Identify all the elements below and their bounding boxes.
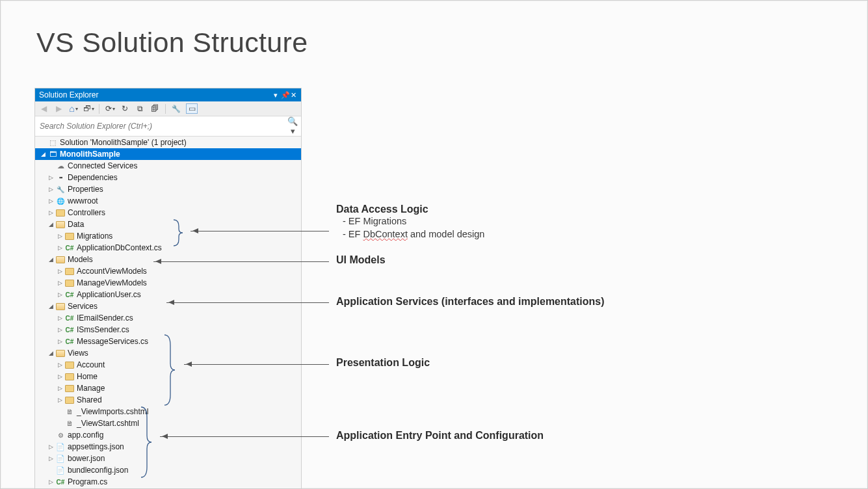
node-project[interactable]: ◢ MonolithSample (35, 148, 301, 160)
node-viewimports[interactable]: _ViewImports.cshtml (35, 406, 301, 417)
chevron-right-icon[interactable]: ▷ (56, 362, 64, 368)
brace-views (163, 334, 176, 406)
node-data[interactable]: ◢ Data (35, 218, 301, 230)
node-viewstart[interactable]: _ViewStart.cshtml (35, 417, 301, 429)
chevron-right-icon[interactable]: ▷ (56, 397, 64, 403)
csharp-icon (64, 243, 75, 252)
ann-services: Application Services (interfaces and imp… (336, 296, 605, 308)
node-controllers[interactable]: ▷ Controllers (35, 207, 301, 218)
collapse-icon[interactable]: ⧉ (135, 103, 145, 114)
chevron-down-icon[interactable]: ◢ (39, 151, 47, 157)
t1: - EF (343, 229, 363, 239)
page-icon (64, 407, 75, 416)
search-icon[interactable]: 🔍 ▾ (284, 116, 301, 136)
chevron-down-icon[interactable]: ◢ (47, 256, 55, 263)
page-icon (64, 419, 75, 428)
preview-icon[interactable]: ▭ (186, 103, 198, 114)
node-bundleconfig[interactable]: bundleconfig.json (35, 464, 301, 476)
config-icon (55, 430, 66, 440)
chevron-right-icon[interactable]: ▷ (56, 373, 64, 380)
chevron-right-icon[interactable]: ▷ (47, 198, 55, 204)
chevron-right-icon[interactable]: ▷ (56, 385, 64, 391)
folder-icon (64, 360, 75, 369)
node-appuser[interactable]: ▷ ApplicationUser.cs (35, 289, 301, 300)
chevron-right-icon[interactable]: ▷ (47, 443, 55, 450)
chevron-down-icon[interactable]: ◢ (47, 350, 55, 356)
home-icon[interactable] (68, 103, 79, 114)
label-connected: Connected Services (68, 161, 137, 170)
node-bower[interactable]: ▷ bower.json (35, 453, 301, 464)
chevron-right-icon[interactable]: ▷ (47, 174, 55, 181)
chevron-down-icon[interactable]: ◢ (47, 221, 55, 228)
label-email: IEmailSender.cs (77, 313, 133, 323)
wrench-icon (55, 185, 66, 194)
project-icon (47, 150, 58, 159)
close-icon[interactable]: ✕ (290, 92, 297, 99)
sync-icon[interactable]: 🗗 (83, 103, 94, 114)
refresh-icon[interactable]: ↻ (120, 103, 130, 114)
folder-icon (64, 395, 75, 404)
dropdown-icon[interactable]: ▾ (272, 92, 279, 99)
chevron-right-icon[interactable]: ▷ (47, 479, 55, 485)
node-solution[interactable]: Solution 'MonolithSample' (1 project) (35, 137, 301, 148)
panel-toolbar: ◀ ▶ 🗗 ⟳ ↻ ⧉ 🗐 ▭ (35, 101, 301, 116)
chevron-right-icon[interactable]: ▷ (56, 338, 64, 345)
label-views: Views (68, 349, 88, 358)
scope-icon[interactable]: ⟳ (105, 103, 115, 114)
brace-data (172, 218, 184, 247)
node-dependencies[interactable]: ▷ Dependencies (35, 172, 301, 183)
label-vstart: _ViewStart.cshtml (77, 419, 139, 428)
chevron-right-icon[interactable]: ▷ (47, 186, 55, 192)
folder-icon (64, 384, 75, 393)
arrow-data (191, 231, 329, 231)
forward-icon[interactable]: ▶ (53, 103, 64, 114)
ann-data-sub2: - EF DbContext and model design (343, 228, 484, 241)
ann-presentation: Presentation Logic (336, 357, 430, 369)
node-wwwroot[interactable]: ▷ wwwroot (35, 195, 301, 207)
slide-title: VS Solution Structure (2, 2, 866, 59)
label-appdb: ApplicationDbContext.cs (77, 243, 162, 252)
chevron-right-icon[interactable]: ▷ (56, 326, 64, 333)
node-appconfig[interactable]: app.config (35, 429, 301, 441)
chevron-right-icon[interactable]: ▷ (56, 233, 64, 239)
properties-icon[interactable] (171, 103, 181, 114)
back-icon[interactable]: ◀ (38, 103, 49, 114)
node-appdbcontext[interactable]: ▷ ApplicationDbContext.cs (35, 242, 301, 254)
folder-icon (55, 208, 66, 217)
chevron-right-icon[interactable]: ▷ (56, 315, 64, 321)
label-appuser: ApplicationUser.cs (77, 290, 141, 299)
label-vshared: Shared (77, 395, 102, 404)
label-properties: Properties (68, 185, 103, 194)
node-program[interactable]: ▷ Program.cs (35, 476, 301, 488)
panel-header[interactable]: Solution Explorer ▾ 📌 ✕ (35, 88, 301, 101)
folder-open-icon (55, 349, 66, 358)
label-bower: bower.json (68, 454, 105, 463)
label-services: Services (68, 302, 98, 311)
pin-icon[interactable]: 📌 (281, 92, 288, 99)
chevron-right-icon[interactable]: ▷ (56, 291, 64, 298)
node-appsettings[interactable]: ▷ appsettings.json (35, 441, 301, 453)
chevron-right-icon[interactable]: ▷ (47, 455, 55, 462)
node-migrations[interactable]: ▷ Migrations (35, 230, 301, 242)
panel-header-controls: ▾ 📌 ✕ (272, 92, 297, 99)
label-vmanage: Manage (77, 384, 105, 393)
label-migrations: Migrations (77, 231, 112, 241)
chevron-right-icon[interactable]: ▷ (56, 268, 64, 274)
ann-presentation-txt: Presentation Logic (336, 357, 430, 368)
node-models[interactable]: ◢ Models (35, 254, 301, 265)
chevron-right-icon[interactable]: ▷ (56, 280, 64, 286)
label-appsettings: appsettings.json (68, 442, 124, 451)
label-vhome: Home (77, 372, 98, 381)
node-accountvm[interactable]: ▷ AccountViewModels (35, 265, 301, 277)
node-managevm[interactable]: ▷ ManageViewModels (35, 277, 301, 289)
chevron-right-icon[interactable]: ▷ (56, 244, 64, 251)
node-emailsender[interactable]: ▷ IEmailSender.cs (35, 312, 301, 324)
node-connected-services[interactable]: Connected Services (35, 160, 301, 172)
show-all-icon[interactable]: 🗐 (150, 103, 160, 114)
ann-entry: Application Entry Point and Configuratio… (336, 430, 544, 442)
node-properties[interactable]: ▷ Properties (35, 183, 301, 195)
chevron-right-icon[interactable]: ▷ (47, 209, 55, 216)
panel-title: Solution Explorer (39, 90, 98, 99)
search-input[interactable] (35, 119, 284, 133)
chevron-down-icon[interactable]: ◢ (47, 303, 55, 310)
